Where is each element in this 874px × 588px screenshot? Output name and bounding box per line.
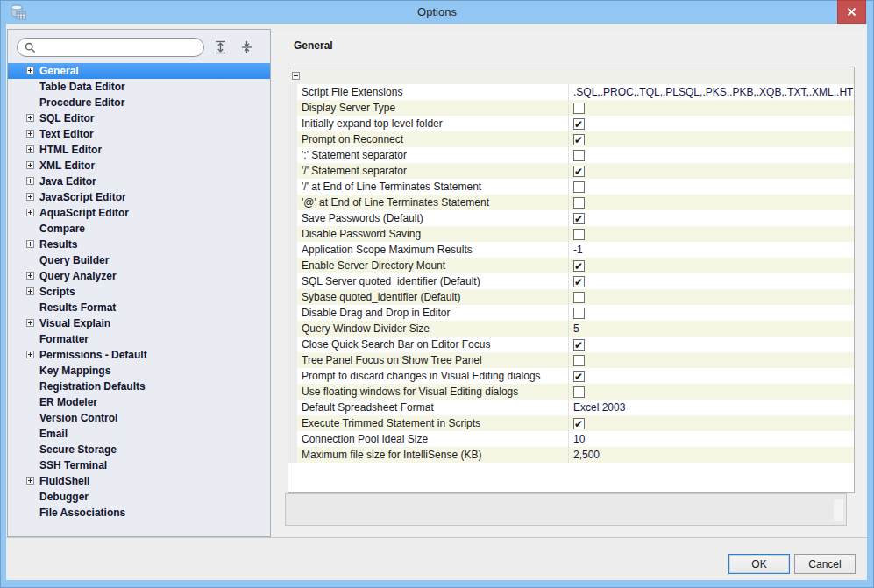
- setting-value-cell[interactable]: [568, 415, 854, 431]
- settings-group-row[interactable]: [288, 67, 854, 84]
- sidebar-item-permissions-default[interactable]: Permissions - Default: [8, 347, 270, 363]
- sidebar-item-ssh-terminal[interactable]: SSH Terminal: [8, 457, 270, 473]
- cancel-button[interactable]: Cancel: [794, 554, 856, 574]
- tree-expand-plus-icon[interactable]: [26, 177, 34, 185]
- sidebar-item-general[interactable]: General: [8, 63, 270, 79]
- tree-expand-plus-icon[interactable]: [26, 145, 34, 153]
- setting-value-cell[interactable]: [568, 273, 854, 289]
- tree-expand-plus-icon[interactable]: [26, 193, 34, 201]
- tree-expand-plus-icon[interactable]: [26, 114, 34, 122]
- sidebar-item-registration-defaults[interactable]: Registration Defaults: [8, 379, 270, 394]
- setting-checkbox[interactable]: [573, 118, 585, 130]
- setting-value-cell[interactable]: [568, 147, 854, 163]
- row-gutter: [288, 179, 297, 195]
- setting-checkbox[interactable]: [573, 276, 585, 287]
- setting-checkbox[interactable]: [573, 386, 585, 398]
- settings-row: ';' Statement separator: [288, 147, 854, 163]
- setting-value-cell[interactable]: 2,500: [568, 447, 854, 463]
- sidebar-item-results-format[interactable]: Results Format: [8, 300, 270, 315]
- tree-expand-plus-icon[interactable]: [26, 130, 34, 138]
- sidebar-item-fluidshell[interactable]: FluidShell: [8, 473, 270, 489]
- setting-value-cell[interactable]: [568, 100, 854, 116]
- setting-checkbox[interactable]: [573, 181, 585, 193]
- search-input[interactable]: [39, 39, 196, 55]
- sidebar-item-formatter[interactable]: Formatter: [8, 331, 270, 347]
- setting-checkbox[interactable]: [573, 103, 585, 114]
- collapse-all-button[interactable]: [236, 38, 257, 57]
- expand-all-button[interactable]: [210, 38, 231, 57]
- group-collapse-minus-icon[interactable]: [292, 72, 300, 80]
- setting-value-cell[interactable]: [568, 163, 854, 179]
- sidebar-item-table-data-editor[interactable]: Table Data Editor: [8, 79, 270, 95]
- sidebar-item-java-editor[interactable]: Java Editor: [8, 174, 270, 189]
- setting-checkbox[interactable]: [573, 197, 585, 209]
- sidebar-item-sql-editor[interactable]: SQL Editor: [8, 110, 270, 126]
- tree-expand-plus-icon[interactable]: [26, 272, 34, 280]
- sidebar-item-xml-editor[interactable]: XML Editor: [8, 158, 270, 174]
- sidebar-item-aquascript-editor[interactable]: AquaScript Editor: [8, 205, 270, 221]
- setting-checkbox[interactable]: [573, 260, 585, 272]
- sidebar-item-version-control[interactable]: Version Control: [8, 410, 270, 426]
- setting-value-cell[interactable]: Excel 2003: [568, 400, 854, 415]
- setting-value-cell[interactable]: [568, 337, 854, 352]
- setting-value-cell[interactable]: 5: [568, 321, 854, 337]
- sidebar-item-compare[interactable]: Compare: [8, 221, 270, 237]
- setting-value-cell[interactable]: [568, 226, 854, 242]
- search-box[interactable]: [17, 38, 204, 57]
- setting-value-cell[interactable]: [568, 352, 854, 368]
- sidebar-item-results[interactable]: Results: [8, 237, 270, 252]
- tree-expand-plus-icon[interactable]: [26, 240, 34, 248]
- setting-value-cell[interactable]: [568, 210, 854, 226]
- tree-expand-plus-icon[interactable]: [26, 287, 34, 295]
- tree-expand-plus-icon[interactable]: [26, 477, 34, 485]
- ok-button[interactable]: OK: [728, 554, 790, 574]
- description-scrollbar-track[interactable]: [834, 499, 843, 521]
- setting-value-cell[interactable]: [568, 179, 854, 195]
- setting-checkbox[interactable]: [573, 229, 585, 240]
- setting-checkbox[interactable]: [573, 166, 585, 177]
- setting-checkbox[interactable]: [573, 150, 585, 161]
- setting-checkbox[interactable]: [573, 371, 585, 382]
- tree-expand-plus-icon[interactable]: [26, 319, 34, 327]
- sidebar-item-scripts[interactable]: Scripts: [8, 284, 270, 300]
- setting-checkbox[interactable]: [573, 355, 585, 366]
- setting-value-cell[interactable]: [568, 305, 854, 321]
- setting-value-cell[interactable]: .SQL,.PROC,.TQL,.PLSQL,.PKS,.PKB,.XQB,.T…: [568, 84, 855, 100]
- setting-checkbox[interactable]: [573, 134, 585, 145]
- setting-value-cell[interactable]: [568, 195, 854, 210]
- setting-value-cell[interactable]: [568, 289, 854, 305]
- sidebar-item-file-associations[interactable]: File Associations: [8, 505, 270, 521]
- sidebar-item-er-modeler[interactable]: ER Modeler: [8, 394, 270, 410]
- setting-value-cell[interactable]: [568, 368, 854, 384]
- close-button[interactable]: [837, 0, 866, 24]
- setting-checkbox[interactable]: [573, 339, 585, 351]
- setting-value-cell[interactable]: -1: [568, 242, 854, 258]
- setting-value-cell[interactable]: 10: [568, 431, 854, 447]
- sidebar-item-html-editor[interactable]: HTML Editor: [8, 142, 270, 158]
- settings-row: Disable Drag and Drop in Editor: [288, 305, 854, 321]
- sidebar-item-debugger[interactable]: Debugger: [8, 489, 270, 505]
- sidebar-item-query-analyzer[interactable]: Query Analyzer: [8, 268, 270, 284]
- sidebar-item-visual-explain[interactable]: Visual Explain: [8, 315, 270, 331]
- titlebar[interactable]: Options: [0, 0, 874, 24]
- setting-value-cell[interactable]: [568, 384, 854, 400]
- sidebar-item-text-editor[interactable]: Text Editor: [8, 126, 270, 142]
- tree-expand-plus-icon[interactable]: [26, 67, 34, 74]
- tree-expand-plus-icon[interactable]: [26, 161, 34, 169]
- tree-expand-plus-icon[interactable]: [26, 351, 34, 358]
- setting-value-cell[interactable]: [568, 258, 854, 273]
- setting-checkbox[interactable]: [573, 292, 585, 303]
- sidebar-item-javascript-editor[interactable]: JavaScript Editor: [8, 189, 270, 205]
- sidebar-item-query-builder[interactable]: Query Builder: [8, 252, 270, 268]
- setting-checkbox[interactable]: [573, 418, 585, 429]
- sidebar-item-email[interactable]: Email: [8, 426, 270, 442]
- sidebar-item-label: ER Modeler: [39, 396, 97, 408]
- tree-expand-plus-icon[interactable]: [26, 209, 34, 216]
- sidebar-item-key-mappings[interactable]: Key Mappings: [8, 363, 270, 379]
- setting-checkbox[interactable]: [573, 308, 585, 319]
- setting-checkbox[interactable]: [573, 213, 585, 224]
- setting-value-cell[interactable]: [568, 131, 854, 147]
- sidebar-item-procedure-editor[interactable]: Procedure Editor: [8, 95, 270, 110]
- sidebar-item-secure-storage[interactable]: Secure Storage: [8, 442, 270, 457]
- setting-value-cell[interactable]: [568, 116, 854, 131]
